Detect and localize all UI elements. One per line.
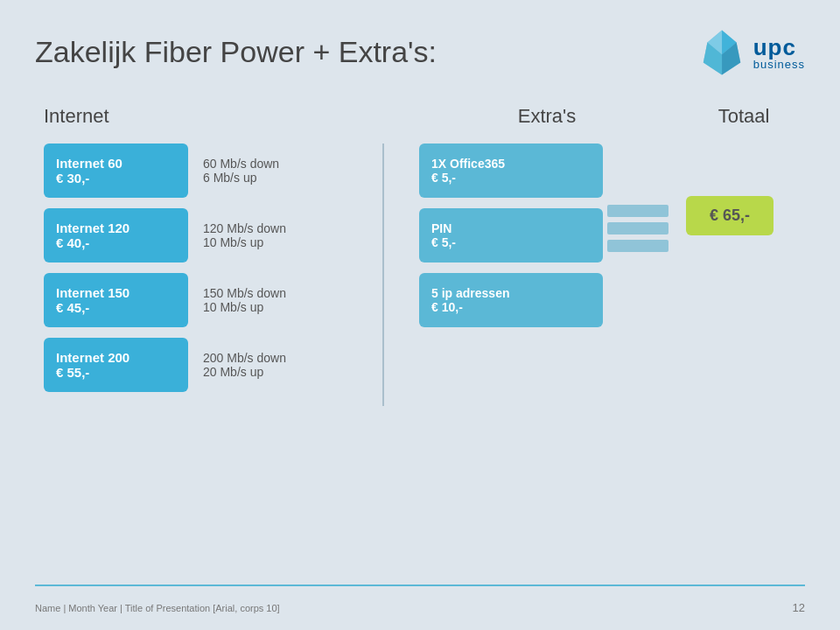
connector-line-3	[607, 240, 668, 252]
totaal-column-header: Totaal	[682, 105, 805, 128]
pkg-150-name: Internet 150	[56, 285, 176, 300]
speed-spec-120: 120 Mb/s down 10 Mb/s up	[199, 208, 365, 262]
pkg-120-name: Internet 120	[56, 220, 176, 235]
pkg-200-price: € 55,-	[56, 365, 176, 380]
page-title: Zakelijk Fiber Power + Extra's:	[35, 35, 437, 69]
extra-ip-name: 5 ip adressen	[431, 286, 591, 300]
speed-200-down: 200 Mb/s down	[203, 351, 365, 365]
extra-office365-name: 1X Office365	[431, 157, 591, 171]
internet-packages-column: Internet 60 € 30,- Internet 120 € 40,- I…	[44, 144, 188, 392]
column-divider	[382, 144, 384, 406]
connector-visual	[603, 144, 673, 252]
speed-spec-60: 60 Mb/s down 6 Mb/s up	[199, 144, 365, 198]
extras-column: 1X Office365 € 5,- PIN € 5,- 5 ip adress…	[419, 144, 603, 327]
header: Zakelijk Fiber Power + Extra's: upc busi…	[35, 26, 805, 79]
footer-page-number: 12	[793, 601, 805, 614]
speed-60-up: 6 Mb/s up	[203, 171, 365, 185]
speed-60-down: 60 Mb/s down	[203, 157, 365, 171]
logo-text: upc business	[753, 36, 805, 70]
bottom-rule	[35, 584, 805, 586]
pkg-60-price: € 30,-	[56, 171, 176, 186]
internet-pkg-150: Internet 150 € 45,-	[44, 273, 188, 327]
internet-pkg-200: Internet 200 € 55,-	[44, 338, 188, 392]
slide: Zakelijk Fiber Power + Extra's: upc busi…	[0, 0, 840, 630]
speed-120-down: 120 Mb/s down	[203, 221, 365, 235]
speed-200-up: 20 Mb/s up	[203, 365, 365, 379]
extra-office365-price: € 5,-	[431, 171, 591, 185]
pkg-150-price: € 45,-	[56, 300, 176, 315]
speed-spec-150: 150 Mb/s down 10 Mb/s up	[199, 273, 365, 327]
extra-pin: PIN € 5,-	[419, 208, 603, 262]
extra-pin-price: € 5,-	[431, 235, 591, 249]
extra-office365: 1X Office365 € 5,-	[419, 144, 603, 198]
column-headers: Internet Extra's Totaal	[35, 105, 805, 128]
speed-150-up: 10 Mb/s up	[203, 300, 365, 314]
upc-crystal-icon	[698, 26, 746, 79]
connector-line-1	[607, 205, 668, 217]
logo-business-label: business	[753, 59, 805, 70]
logo-upc-label: upc	[753, 36, 805, 59]
pkg-120-price: € 40,-	[56, 235, 176, 250]
main-content: Internet 60 € 30,- Internet 120 € 40,- I…	[35, 144, 805, 406]
speed-120-up: 10 Mb/s up	[203, 235, 365, 249]
speed-150-down: 150 Mb/s down	[203, 286, 365, 300]
footer: Name | Month Year | Title of Presentatio…	[35, 601, 805, 614]
connector-lines	[607, 205, 668, 252]
logo-area: upc business	[698, 26, 805, 79]
internet-pkg-120: Internet 120 € 40,-	[44, 208, 188, 262]
speed-spec-200: 200 Mb/s down 20 Mb/s up	[199, 338, 365, 392]
pkg-60-name: Internet 60	[56, 156, 176, 171]
totaal-column: € 65,-	[673, 144, 787, 235]
pkg-200-name: Internet 200	[56, 350, 176, 365]
connector-line-2	[607, 222, 668, 234]
internet-column-header: Internet	[44, 105, 359, 128]
extra-ip-price: € 10,-	[431, 300, 591, 314]
extra-pin-name: PIN	[431, 221, 591, 235]
totaal-price-badge: € 65,-	[686, 196, 774, 235]
extra-ip: 5 ip adressen € 10,-	[419, 273, 603, 327]
speed-specs-column: 60 Mb/s down 6 Mb/s up 120 Mb/s down 10 …	[199, 144, 365, 392]
extras-column-header: Extra's	[411, 105, 682, 128]
footer-left-text: Name | Month Year | Title of Presentatio…	[35, 603, 280, 613]
internet-pkg-60: Internet 60 € 30,-	[44, 144, 188, 198]
